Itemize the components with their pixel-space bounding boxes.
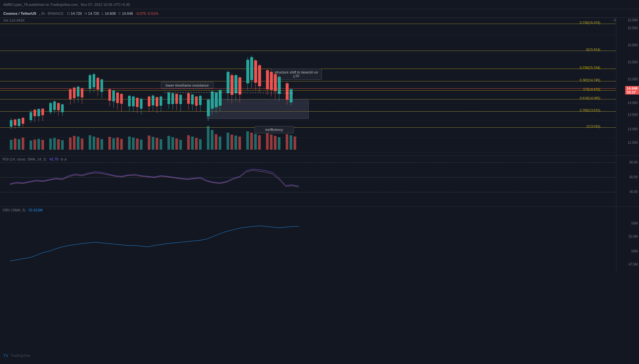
svg-rect-164 [266,70,269,89]
svg-rect-2 [18,139,20,150]
svg-rect-80 [57,103,60,110]
candle-chart-svg [0,18,624,156]
svg-rect-13 [73,136,76,150]
svg-rect-156 [246,60,249,83]
svg-rect-29 [152,137,154,150]
svg-rect-31 [160,139,162,150]
svg-rect-114 [140,99,143,109]
publish-date: Nov 07, 2022 10:56 UTC+5:30 [81,3,130,7]
svg-rect-86 [73,88,76,98]
svg-rect-172 [286,83,289,100]
obv-525m: 52.5M [628,235,638,238]
svg-rect-17 [93,137,95,150]
price-change-pct: -0.51% [147,11,158,15]
svg-rect-36 [187,135,190,150]
low-label: L [102,11,104,15]
svg-rect-26 [136,139,139,150]
svg-rect-100 [108,89,111,101]
svg-rect-19 [100,139,103,150]
svg-rect-170 [278,77,281,94]
svg-line-176 [236,93,294,93]
svg-rect-33 [171,137,174,150]
svg-rect-146 [219,90,222,106]
svg-rect-42 [215,134,217,150]
high-value: 14.720 [88,11,99,15]
svg-rect-144 [215,93,218,107]
rsi-80: 80.00 [629,161,638,164]
svg-rect-162 [258,65,261,86]
svg-rect-90 [81,88,83,97]
svg-rect-38 [195,138,198,150]
svg-rect-32 [167,136,170,150]
svg-rect-34 [175,139,178,150]
svg-rect-106 [120,94,123,104]
svg-rect-50 [254,134,257,150]
svg-rect-120 [156,97,158,106]
svg-rect-10 [57,139,60,150]
chart-header: AMBCrypto_TA published on TradingView.co… [0,0,639,9]
svg-rect-84 [69,89,72,99]
svg-rect-142 [211,92,214,109]
svg-rect-102 [112,91,115,101]
svg-rect-7 [41,140,44,150]
current-price-badge: 14.646 33:27 [625,86,639,95]
svg-rect-51 [258,135,261,150]
svg-rect-14 [77,137,79,150]
svg-rect-122 [160,96,162,106]
close-label: C [119,11,121,15]
timeframe: 2h [41,11,45,15]
svg-rect-46 [234,136,237,150]
svg-rect-5 [33,139,36,150]
svg-rect-8 [49,139,52,150]
price-16000: 16.000 [628,43,638,47]
svg-rect-60 [10,120,12,127]
svg-rect-47 [238,137,241,150]
svg-rect-57 [290,135,292,150]
svg-rect-96 [97,78,99,90]
price-13500: 13.500 [628,113,638,117]
price-13000: 13.000 [628,127,638,131]
rsi-panel: RSI (14, close, SMA, 14, 2) 42.78 ⊘ ø [0,156,624,206]
svg-rect-98 [100,79,103,92]
obv-50m: 50M [631,249,638,253]
svg-rect-112 [136,98,139,107]
svg-rect-45 [231,135,233,150]
svg-rect-138 [199,96,202,105]
svg-rect-44 [227,133,229,150]
svg-rect-11 [61,140,64,150]
vol-value: 114.491K [9,18,25,22]
svg-rect-23 [120,139,123,150]
svg-rect-52 [266,133,269,150]
svg-rect-49 [250,133,253,150]
svg-rect-74 [41,109,44,115]
symbol-bar: Cosmos / TetherUS , 2h BINANCE O 14.720 … [0,9,639,18]
svg-rect-158 [250,57,253,80]
obv-475m: 47.5M [628,263,638,266]
svg-rect-168 [274,74,277,91]
rsi-axis: 80.00 60.00 40.00 [616,156,639,206]
svg-rect-166 [270,72,273,90]
svg-rect-6 [37,139,40,150]
price-14000: 14.000 [628,101,638,105]
price-12500: 12.500 [628,141,638,144]
main-chart: USDT 0.236(16.474) 0(15.814) 0.236(15.15… [0,18,624,156]
svg-rect-140 [207,100,210,116]
tv-text: TradingView [11,353,31,357]
svg-rect-62 [14,119,16,125]
svg-rect-104 [116,93,119,103]
svg-rect-118 [152,96,154,105]
svg-rect-92 [89,75,91,89]
obv-svg [0,207,624,272]
svg-rect-64 [18,119,20,126]
svg-rect-116 [148,96,150,106]
svg-rect-15 [81,139,83,150]
svg-rect-22 [116,138,119,150]
tv-logo-icon: TV [3,352,9,359]
svg-rect-18 [97,138,99,150]
svg-rect-154 [238,77,241,95]
svg-rect-58 [294,137,296,150]
svg-rect-110 [132,96,135,106]
svg-rect-30 [156,138,158,150]
price-16500: 16.500 [628,26,638,30]
symbol-name: Cosmos / TetherUS [3,11,36,15]
